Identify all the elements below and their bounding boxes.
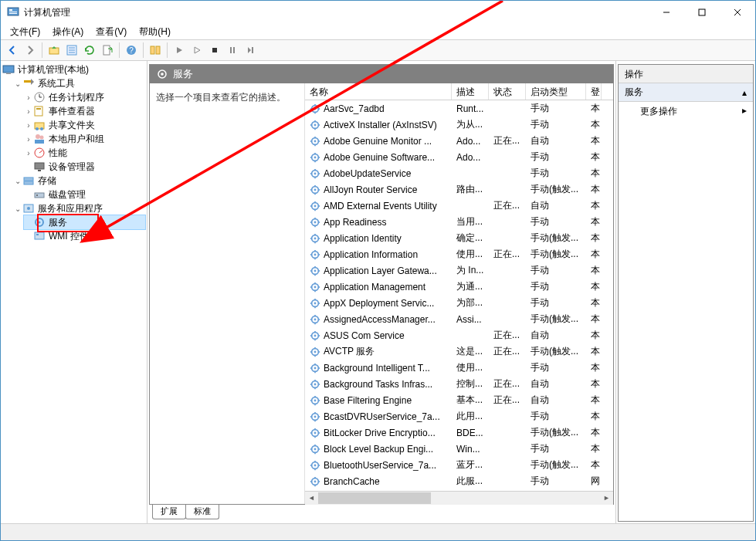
- service-row[interactable]: Application Identity确定...手动(触发...本: [305, 230, 613, 246]
- tree-shared-folders[interactable]: ›共享文件夹: [24, 118, 145, 132]
- col-name[interactable]: 名称: [305, 83, 452, 100]
- stop-button[interactable]: [206, 42, 223, 59]
- pause-button[interactable]: [224, 42, 241, 59]
- minimize-button[interactable]: [649, 1, 684, 24]
- menubar: 文件(F) 操作(A) 查看(V) 帮助(H): [1, 24, 755, 39]
- properties-button[interactable]: [63, 42, 80, 59]
- list-header[interactable]: 名称 描述 状态 启动类型 登: [305, 83, 613, 100]
- service-row[interactable]: BcastDVRUserService_7a...此用...手动本: [305, 408, 613, 424]
- titlebar: 计算机管理: [1, 1, 755, 24]
- nav-back-button[interactable]: [4, 42, 21, 59]
- svg-rect-20: [233, 47, 235, 53]
- service-row[interactable]: Adobe Genuine Monitor ...Ado...正在...自动本: [305, 133, 613, 149]
- scroll-left-button[interactable]: ◄: [305, 492, 318, 505]
- tree-disk-mgmt[interactable]: 磁盘管理: [24, 188, 145, 201]
- show-hide-button[interactable]: [147, 42, 164, 59]
- svg-text:?: ?: [129, 46, 134, 55]
- col-start[interactable]: 启动类型: [526, 83, 586, 100]
- service-row[interactable]: Adobe Genuine Software...Ado...手动本: [305, 149, 613, 165]
- svg-rect-5: [699, 9, 705, 15]
- svg-point-149: [314, 367, 317, 369]
- svg-point-65: [314, 140, 317, 142]
- tree-services[interactable]: 服务: [24, 215, 145, 229]
- tab-standard[interactable]: 标准: [185, 505, 219, 519]
- service-row[interactable]: AarSvc_7adbdRunt...手动本: [305, 100, 613, 117]
- maximize-button[interactable]: [684, 1, 720, 24]
- service-row[interactable]: Background Intelligent T...使用...手动本: [305, 360, 613, 376]
- service-row[interactable]: AMD External Events Utility正在...自动本: [305, 198, 613, 214]
- svg-point-119: [314, 286, 317, 288]
- col-desc[interactable]: 描述: [452, 83, 489, 100]
- service-row[interactable]: AppX Deployment Servic...为部...手动本: [305, 295, 613, 311]
- service-row[interactable]: Block Level Backup Engi...Win...手动本: [305, 441, 613, 457]
- svg-point-32: [40, 127, 43, 130]
- services-list[interactable]: 名称 描述 状态 启动类型 登 AarSvc_7adbdRunt...手动本Ac…: [304, 83, 613, 504]
- service-row[interactable]: AdobeUpdateService手动本: [305, 165, 613, 181]
- services-title: 服务: [173, 67, 193, 81]
- menu-view[interactable]: 查看(V): [90, 24, 133, 40]
- svg-rect-38: [35, 163, 44, 169]
- service-row[interactable]: BluetoothUserService_7a...蓝牙...手动(触发...本: [305, 457, 613, 473]
- close-button[interactable]: [720, 1, 755, 24]
- service-row[interactable]: Application Information使用...正在...手动(触发..…: [305, 246, 613, 262]
- tab-extended[interactable]: 扩展: [152, 505, 186, 519]
- nav-forward-button[interactable]: [22, 42, 39, 59]
- play2-button[interactable]: [188, 42, 205, 59]
- up-level-button[interactable]: [46, 42, 63, 59]
- service-row[interactable]: App Readiness当用...手动本: [305, 214, 613, 230]
- svg-point-83: [314, 188, 317, 191]
- svg-rect-8: [49, 48, 59, 54]
- play-button[interactable]: [171, 42, 188, 59]
- svg-point-113: [314, 269, 317, 272]
- svg-rect-13: [103, 46, 110, 55]
- export-button[interactable]: [99, 42, 116, 59]
- menu-help[interactable]: 帮助(H): [133, 24, 177, 40]
- service-row[interactable]: Background Tasks Infras...控制...正在...自动本: [305, 376, 613, 392]
- tree-wmi[interactable]: WMI 控件: [24, 229, 145, 243]
- service-row[interactable]: AllJoyn Router Service路由...手动(触发...本: [305, 181, 613, 198]
- tree-system-tools[interactable]: ⌄系统工具: [13, 76, 145, 90]
- tree-local-users[interactable]: ›本地用户和组: [24, 132, 145, 146]
- svg-point-185: [314, 464, 317, 466]
- menu-action[interactable]: 操作(A): [46, 24, 90, 40]
- tree-event-viewer[interactable]: ›事件查看器: [24, 104, 145, 118]
- svg-point-51: [161, 73, 164, 76]
- service-row[interactable]: Application Layer Gatewa...为 In...手动本: [305, 262, 613, 279]
- chevron-up-icon: ▴: [742, 87, 747, 98]
- actions-more[interactable]: 更多操作 ▸: [619, 102, 753, 121]
- refresh-button[interactable]: [81, 42, 98, 59]
- tree-services-apps[interactable]: ⌄服务和应用程序: [13, 201, 145, 215]
- window-title: 计算机管理: [24, 6, 649, 19]
- horizontal-scrollbar[interactable]: ◄ ►: [305, 491, 613, 504]
- svg-point-31: [36, 127, 39, 130]
- svg-point-53: [314, 107, 317, 110]
- tree-task-scheduler[interactable]: ›任务计划程序: [24, 90, 145, 104]
- restart-button[interactable]: [242, 42, 259, 59]
- tree-storage[interactable]: ⌄存储: [13, 174, 145, 188]
- actions-subheader[interactable]: 服务 ▴: [619, 83, 753, 102]
- col-logon[interactable]: 登: [586, 83, 602, 100]
- service-row[interactable]: Base Filtering Engine基本...正在...自动本: [305, 392, 613, 408]
- service-row[interactable]: AssignedAccessManager...Assi...手动(触发...本: [305, 311, 613, 327]
- svg-point-101: [314, 237, 317, 239]
- svg-rect-29: [36, 108, 41, 110]
- service-row[interactable]: BranchCache此服...手动网: [305, 473, 613, 489]
- col-status[interactable]: 状态: [489, 83, 526, 100]
- gear-icon: [156, 68, 168, 80]
- tree-root[interactable]: 计算机管理(本地): [2, 63, 145, 76]
- service-row[interactable]: ASUS Com Service正在...自动本: [305, 327, 613, 343]
- svg-rect-1: [9, 9, 12, 11]
- tree-device-manager[interactable]: 设备管理器: [24, 160, 145, 174]
- menu-file[interactable]: 文件(F): [4, 24, 46, 40]
- service-row[interactable]: Application Management为通...手动本: [305, 279, 613, 295]
- statusbar: [1, 523, 755, 540]
- help-button[interactable]: ?: [123, 42, 140, 59]
- service-row[interactable]: ActiveX Installer (AxInstSV)为从...手动本: [305, 117, 613, 133]
- service-row[interactable]: AVCTP 服务这是...正在...手动(触发...本: [305, 343, 613, 360]
- tree-performance[interactable]: ›性能: [24, 146, 145, 160]
- scroll-right-button[interactable]: ►: [600, 492, 613, 505]
- svg-line-37: [39, 150, 42, 153]
- console-tree[interactable]: 计算机管理(本地) ⌄系统工具 ›任务计划程序 ›事件查看器 ›共享文件夹 ›本…: [1, 61, 147, 523]
- svg-point-43: [36, 194, 38, 196]
- service-row[interactable]: BitLocker Drive Encryptio...BDE...手动(触发.…: [305, 424, 613, 441]
